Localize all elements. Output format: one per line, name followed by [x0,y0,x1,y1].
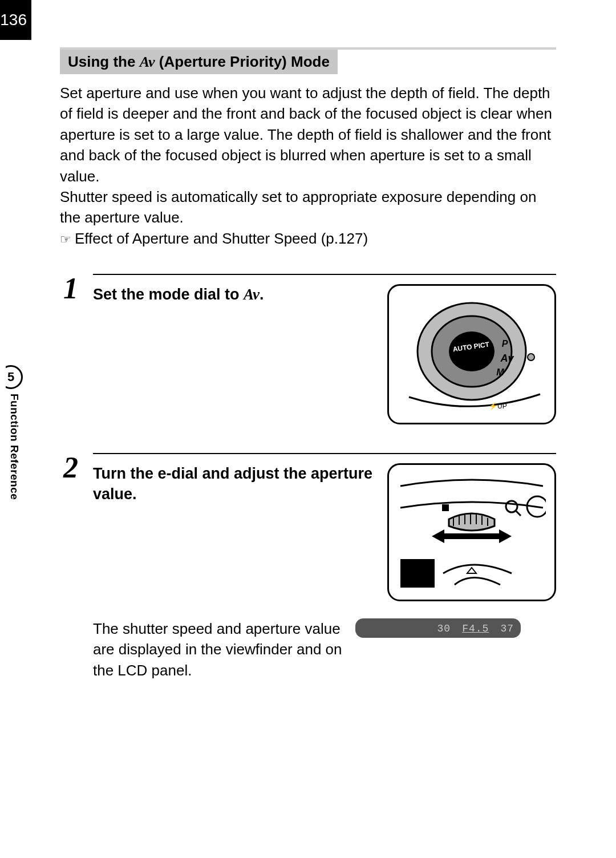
chapter-number-badge: 5 [0,365,23,389]
step-1-instruction: Set the mode dial to Av. [93,284,376,305]
e-dial-illustration [387,463,556,601]
viewfinder-display: 30 F4.5 37 [355,618,521,638]
cross-reference-text: Effect of Aperture and Shutter Speed (p.… [75,230,368,247]
pointer-icon: ☞ [60,231,71,249]
intro-paragraph-1: Set aperture and use when you want to ad… [60,83,556,187]
intro-text: Set aperture and use when you want to ad… [60,83,556,249]
av-mode-symbol: Av [244,286,260,303]
av-mode-symbol: Av [140,54,155,70]
step-1: 1 Set the mode dial to Av. AUTO PICT P [60,274,556,424]
section-heading: Using the Av (Aperture Priority) Mode [60,50,338,74]
step-2-note: The shutter speed and aperture value are… [93,618,344,681]
chapter-label: Function Reference [8,394,21,500]
svg-point-7 [528,354,534,361]
cross-reference: ☞Effect of Aperture and Shutter Speed (p… [60,228,556,249]
viewfinder-aperture: F4.5 [462,623,489,634]
page-number: 136 [0,0,31,40]
step-2-number: 2 [60,453,82,681]
step-2: 2 Turn the e-dial and adjust the apertur… [60,453,556,681]
section-heading-suffix: (Aperture Priority) Mode [155,53,330,70]
chapter-tab: 5 Function Reference [2,365,26,500]
svg-text:M: M [496,367,504,377]
section-heading-prefix: Using the [68,53,140,70]
svg-text:⚡UP: ⚡UP [489,402,507,410]
intro-paragraph-2: Shutter speed is automatically set to ap… [60,187,556,228]
viewfinder-shutter: 30 [437,623,451,634]
step-2-instruction: Turn the e-dial and adjust the aperture … [93,463,376,505]
step-1-text-prefix: Set the mode dial to [93,286,244,303]
step-1-number: 1 [60,274,82,424]
svg-text:P: P [502,339,508,349]
svg-text:Av: Av [500,353,514,364]
mode-dial-illustration: AUTO PICT P Av M ⚡UP [387,284,556,424]
svg-rect-24 [400,559,435,588]
svg-rect-20 [442,504,449,511]
viewfinder-frames: 37 [500,623,514,634]
step-1-text-suffix: . [260,286,264,303]
